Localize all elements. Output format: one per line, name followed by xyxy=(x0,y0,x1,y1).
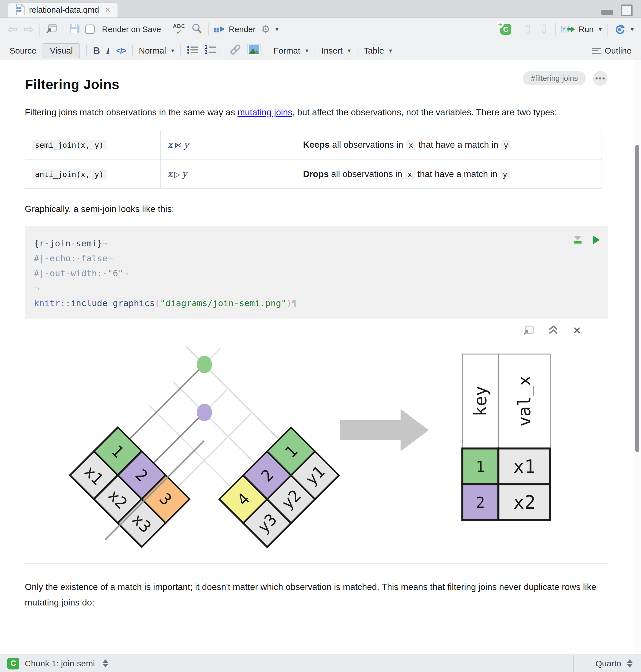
open-in-new-window-icon[interactable] xyxy=(46,23,57,36)
outline-toggle[interactable]: Outline xyxy=(592,46,631,56)
tab-close-icon[interactable]: ✕ xyxy=(105,6,111,14)
page-title: Filtering Joins xyxy=(25,77,608,92)
spellcheck-icon[interactable]: ABC ✓ xyxy=(173,23,185,36)
link-icon[interactable] xyxy=(230,44,241,57)
table-row: semi_join(x, y) x⋉y Keeps all observatio… xyxy=(25,130,602,159)
chunk-nav-updown-icon xyxy=(103,659,108,668)
language-mode-selector[interactable]: Quarto xyxy=(573,655,641,672)
chevron-down-icon: ▾ xyxy=(171,47,174,54)
tab-title: relational-data.qmd xyxy=(29,5,99,15)
save-icon[interactable] xyxy=(69,23,80,36)
language-updown-icon xyxy=(627,659,632,668)
render-settings-button[interactable]: ⚙ ▾ xyxy=(261,23,278,35)
visual-mode-button[interactable]: Visual xyxy=(43,43,80,58)
run-chunk-icon[interactable] xyxy=(593,234,600,249)
insert-menu[interactable]: Insert ▾ xyxy=(321,46,351,56)
source-mode-button[interactable]: Source xyxy=(10,46,36,56)
svg-text:2: 2 xyxy=(476,494,485,511)
chevron-down-icon: ▾ xyxy=(599,26,602,33)
render-on-save-checkbox[interactable] xyxy=(85,25,95,34)
match-dot-green xyxy=(197,356,212,373)
status-bar: C Chunk 1: join-semi Quarto xyxy=(0,655,641,672)
chevron-down-icon: ▾ xyxy=(305,47,309,54)
quarto-file-icon xyxy=(15,4,25,16)
chevron-down-icon: ▾ xyxy=(275,26,278,33)
editor-canvas[interactable]: #filtering-joins ●●● Filtering Joins Fil… xyxy=(0,60,641,655)
chevron-down-icon: ▾ xyxy=(347,47,351,54)
chunk-badge-icon: C xyxy=(7,658,19,670)
plus-icon: + xyxy=(496,20,504,28)
bold-button[interactable]: B xyxy=(93,45,100,56)
anti-join-code: anti_join(x, y) xyxy=(32,169,107,180)
table-menu[interactable]: Table ▾ xyxy=(364,46,392,56)
chevron-down-icon: ▾ xyxy=(630,26,634,33)
svg-text:x1: x1 xyxy=(513,456,535,478)
render-icon xyxy=(214,26,226,33)
section-options-button[interactable]: ●●● xyxy=(593,71,608,86)
rstudio-source-pane: relational-data.qmd ✕ ⇦ ⇨ xyxy=(0,0,641,672)
chunk-header-line: {r·join-semi}¬ xyxy=(34,236,608,251)
anti-join-math: x▷y xyxy=(167,168,187,179)
run-icon xyxy=(561,25,575,33)
search-icon[interactable] xyxy=(191,23,202,36)
code-chunk[interactable]: {r·join-semi}¬ #|·echo:·false¬ #|·out-wi… xyxy=(25,227,608,318)
join-types-table: semi_join(x, y) x⋉y Keeps all observatio… xyxy=(25,130,602,189)
mutating-joins-link[interactable]: mutating joins xyxy=(237,107,292,117)
render-on-save-toggle[interactable]: Render on Save xyxy=(85,25,161,34)
outline-icon xyxy=(592,47,602,54)
inline-code-button[interactable]: </> xyxy=(116,46,126,55)
result-table: key val_x 1 x1 2 xyxy=(462,354,550,520)
svg-text:val_x: val_x xyxy=(515,376,534,427)
main-toolbar: ⇦ ⇨ Render on Save ABC ✓ xyxy=(0,17,641,41)
svg-text:x2: x2 xyxy=(513,492,535,513)
back-icon[interactable]: ⇦ xyxy=(7,23,18,36)
numbered-list-icon[interactable]: 1 2 xyxy=(205,45,217,56)
chunk-blank-line: ¬ xyxy=(34,281,608,296)
run-all-above-icon[interactable] xyxy=(573,234,582,249)
rerun-button[interactable]: ▾ xyxy=(614,24,634,35)
image-icon[interactable] xyxy=(247,44,260,57)
svg-text:2: 2 xyxy=(205,49,207,54)
arrow-icon xyxy=(340,409,429,451)
section-anchor-badge: #filtering-joins xyxy=(523,71,586,85)
gear-icon: ⚙ xyxy=(261,23,270,35)
semi-join-math: x⋉y xyxy=(167,139,189,150)
insert-chunk-button[interactable]: C + xyxy=(500,24,511,35)
maximize-pane-icon[interactable] xyxy=(621,4,632,16)
render-button[interactable]: Render xyxy=(214,25,256,34)
italic-button[interactable]: I xyxy=(106,45,110,56)
svg-text:1: 1 xyxy=(476,458,485,476)
intro-paragraph: Filtering joins match observations in th… xyxy=(25,105,608,120)
svg-text:key: key xyxy=(470,386,490,416)
format-menu[interactable]: Format ▾ xyxy=(273,46,309,56)
collapse-output-icon[interactable] xyxy=(548,326,558,336)
rerun-icon xyxy=(614,24,626,35)
graphically-paragraph: Graphically, a semi-join looks like this… xyxy=(25,201,608,217)
semi-join-code: semi_join(x, y) xyxy=(32,140,107,150)
run-button[interactable]: Run ▾ xyxy=(561,25,602,34)
chunk-output: ✕ xyxy=(25,318,608,564)
closing-paragraph: Only the existence of a match is importa… xyxy=(25,579,608,610)
forward-icon[interactable]: ⇨ xyxy=(23,23,34,36)
format-toolbar: Source Visual B I </> Normal ▾ 1 2 xyxy=(0,41,641,60)
paragraph-style-select[interactable]: Normal ▾ xyxy=(139,46,175,56)
clear-output-icon[interactable]: ✕ xyxy=(573,325,581,337)
chunk-code-line: knitr::include_graphics("diagrams/join-s… xyxy=(34,296,608,311)
chevron-down-icon: ▾ xyxy=(389,47,392,54)
table-row: anti_join(x, y) x▷y Drops all observatio… xyxy=(25,159,602,189)
semi-join-diagram: 1 2 3 x1 x2 x3 xyxy=(25,323,574,557)
match-dot-purple xyxy=(197,404,212,421)
chunk-option-line: #|·echo:·false¬ xyxy=(34,251,608,266)
chunk-navigator[interactable]: Chunk 1: join-semi xyxy=(25,659,108,668)
bullet-list-icon[interactable] xyxy=(187,45,199,56)
vertical-scrollbar[interactable] xyxy=(634,60,641,655)
scrollbar-thumb[interactable] xyxy=(635,145,639,452)
jump-next-icon[interactable]: ⇩ xyxy=(539,23,549,36)
minimize-pane-icon[interactable] xyxy=(601,10,613,15)
show-in-new-window-icon[interactable] xyxy=(523,325,534,336)
jump-previous-icon[interactable]: ⇧ xyxy=(523,23,533,36)
chunk-option-line: #|·out-width:·"6"¬ xyxy=(34,266,608,281)
tab-relational-data[interactable]: relational-data.qmd ✕ xyxy=(8,2,118,17)
tab-bar: relational-data.qmd ✕ xyxy=(0,0,641,17)
